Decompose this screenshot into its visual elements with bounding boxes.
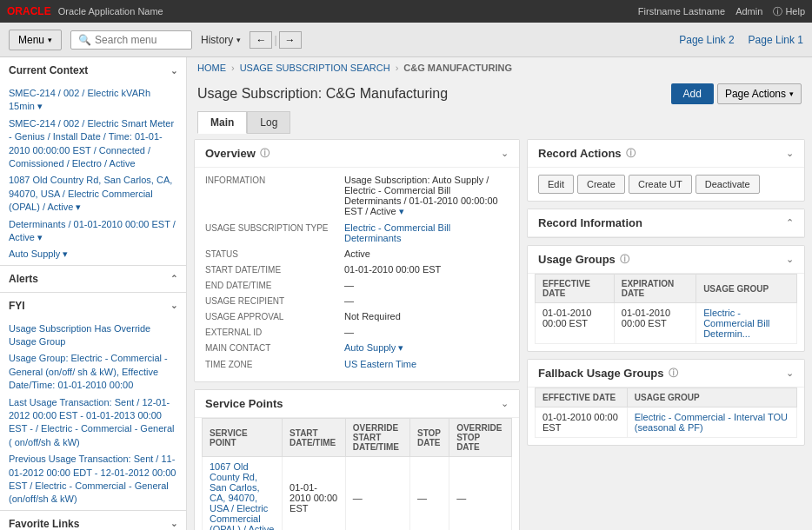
- info-label-approval: USAGE APPROVAL: [205, 311, 344, 321]
- current-context-chevron: ⌄: [170, 66, 177, 76]
- sidebar-link-smec-1[interactable]: SMEC-214 / 002 / Electric kVARh 15min ▾: [9, 87, 177, 114]
- info-label-type: USAGE SUBSCRIPTION TYPE: [205, 222, 344, 243]
- fyi-item-3[interactable]: Last Usage Transaction: Sent / 12-01-201…: [9, 396, 177, 450]
- sp-cell-override-start: —: [345, 457, 409, 531]
- type-link[interactable]: Electric - Commercial Bill Determinants: [344, 222, 450, 243]
- service-points-header-row: SERVICE POINT START DATE/TIME OVERRIDE S…: [203, 419, 512, 457]
- usage-groups-chevron[interactable]: ⌄: [786, 254, 794, 265]
- page-actions-button[interactable]: Page Actions ▾: [717, 83, 802, 104]
- info-row-information: INFORMATION Usage Subscription: Auto Sup…: [205, 175, 509, 217]
- service-points-chevron[interactable]: ⌄: [501, 398, 509, 409]
- page-link-1[interactable]: Page Link 1: [749, 34, 803, 46]
- info-value-external-id: —: [344, 327, 509, 337]
- sidebar: Current Context ⌄ SMEC-214 / 002 / Elect…: [0, 57, 187, 530]
- fb-cell-effective: 01-01-2010 00:00 EST: [536, 407, 628, 438]
- timezone-link[interactable]: US Eastern Time: [344, 359, 416, 369]
- breadcrumb-home[interactable]: HOME: [197, 63, 226, 73]
- fb-col-group: USAGE GROUP: [627, 388, 796, 407]
- create-button[interactable]: Create: [577, 175, 625, 194]
- sidebar-link-auto-supply[interactable]: Auto Supply ▾: [9, 248, 177, 261]
- sp-col-service-point: SERVICE POINT: [203, 419, 283, 457]
- service-point-link[interactable]: 1067 Old County Rd, San Carlos, CA, 9407…: [210, 461, 274, 530]
- left-panel: Overview ⓘ ⌄ INFORMATION Usage Subscript…: [194, 139, 520, 530]
- record-information-panel: Record Information ⌃: [527, 209, 805, 238]
- record-information-chevron[interactable]: ⌃: [786, 217, 794, 229]
- table-row: 01-01-2010 00:00 EST 01-01-2010 00:00 ES…: [536, 303, 797, 344]
- ug-cell-group: Electric - Commercial Bill Determin...: [696, 303, 797, 344]
- record-information-title: Record Information: [538, 216, 642, 229]
- sp-col-override-start: OVERRIDE START DATE/TIME: [345, 419, 409, 457]
- admin-link[interactable]: Admin: [735, 6, 762, 17]
- back-arrow[interactable]: ←: [250, 31, 272, 49]
- info-value-recipient: —: [344, 295, 509, 306]
- usage-groups-tbody: 01-01-2010 00:00 EST 01-01-2010 00:00 ES…: [536, 303, 797, 344]
- service-points-table: SERVICE POINT START DATE/TIME OVERRIDE S…: [202, 418, 512, 530]
- usage-groups-panel: Usage Groups ⓘ ⌄ EFFECTIVE DATE EXPIRATI…: [527, 245, 805, 352]
- tab-log[interactable]: Log: [247, 111, 290, 134]
- fyi-header[interactable]: FYI ⌄: [0, 293, 186, 319]
- deactivate-button[interactable]: Deactivate: [696, 175, 760, 194]
- fyi-item-2[interactable]: Usage Group: Electric - Commercial - Gen…: [9, 352, 177, 392]
- main-layout: Current Context ⌄ SMEC-214 / 002 / Elect…: [0, 57, 812, 530]
- record-action-buttons: Edit Create Create UT Deactivate: [528, 168, 804, 201]
- usage-groups-table: EFFECTIVE DATE EXPIRATION DATE USAGE GRO…: [535, 274, 797, 344]
- tab-main[interactable]: Main: [197, 111, 247, 134]
- fallback-usage-groups-title: Fallback Usage Groups ⓘ: [538, 367, 678, 380]
- alerts-chevron: ⌃: [170, 274, 177, 283]
- current-context-label: Current Context: [9, 64, 88, 76]
- breadcrumb-sep-1: ›: [231, 63, 235, 73]
- overview-info-icon: ⓘ: [260, 147, 270, 160]
- current-context-header[interactable]: Current Context ⌄: [0, 57, 186, 83]
- create-ut-button[interactable]: Create UT: [629, 175, 692, 194]
- usage-groups-info-icon: ⓘ: [620, 253, 629, 266]
- page-link-2[interactable]: Page Link 2: [679, 34, 734, 46]
- fallback-info-icon: ⓘ: [669, 367, 678, 380]
- sidebar-link-smec-2[interactable]: SMEC-214 / 002 / Electric Smart Meter - …: [9, 117, 177, 171]
- fb-cell-group: Electric - Commercial - Interval TOU (se…: [627, 407, 796, 438]
- usage-group-link[interactable]: Electric - Commercial Bill Determin...: [703, 308, 769, 339]
- menu-button[interactable]: Menu ▾: [9, 30, 62, 50]
- fallback-chevron[interactable]: ⌄: [786, 368, 794, 379]
- service-points-panel-header: Service Points ⌄: [195, 390, 519, 418]
- info-row-end: END DATE/TIME —: [205, 280, 509, 290]
- sp-cell-stop: —: [409, 457, 449, 531]
- user-name[interactable]: Firstname Lastname: [638, 6, 725, 17]
- fallback-tbody: 01-01-2010 00:00 EST Electric - Commerci…: [536, 407, 797, 438]
- info-row-recipient: USAGE RECIPIENT —: [205, 295, 509, 306]
- breadcrumb-search[interactable]: USAGE SUBSCRIPTION SEARCH: [240, 63, 390, 73]
- fallback-thead: EFFECTIVE DATE USAGE GROUP: [536, 388, 797, 407]
- nav-arrows: ← | →: [250, 31, 301, 49]
- sidebar-link-determinants[interactable]: Determinants / 01-01-2010 00:00 EST / Ac…: [9, 218, 177, 245]
- sp-cell-service-point: 1067 Old County Rd, San Carlos, CA, 9407…: [203, 457, 283, 531]
- info-row-approval: USAGE APPROVAL Not Required: [205, 311, 509, 321]
- info-label-main-contact: MAIN CONTACT: [205, 342, 344, 354]
- ug-cell-effective: 01-01-2010 00:00 EST: [536, 303, 615, 344]
- fallback-group-link[interactable]: Electric - Commercial - Interval TOU (se…: [635, 412, 788, 433]
- main-contact-link[interactable]: Auto Supply: [344, 342, 396, 353]
- edit-button[interactable]: Edit: [538, 175, 574, 194]
- usage-groups-header-row: EFFECTIVE DATE EXPIRATION DATE USAGE GRO…: [536, 275, 797, 303]
- overview-chevron[interactable]: ⌄: [501, 148, 509, 159]
- search-input[interactable]: [95, 34, 184, 46]
- forward-arrow[interactable]: →: [279, 31, 302, 49]
- fyi-label: FYI: [9, 300, 25, 312]
- info-value-start: 01-01-2010 00:00 EST: [344, 264, 509, 275]
- help-link[interactable]: ⓘ Help: [773, 5, 805, 18]
- add-button[interactable]: Add: [671, 83, 714, 104]
- alerts-header[interactable]: Alerts ⌃: [0, 266, 186, 292]
- fallback-header-row: EFFECTIVE DATE USAGE GROUP: [536, 388, 797, 407]
- fyi-section: FYI ⌄ Usage Subscription Has Override Us…: [0, 293, 186, 511]
- content-panels: Overview ⓘ ⌄ INFORMATION Usage Subscript…: [187, 139, 812, 530]
- info-label-start: START DATE/TIME: [205, 264, 344, 275]
- fyi-item-1[interactable]: Usage Subscription Has Override Usage Gr…: [9, 322, 177, 349]
- favorite-links-header[interactable]: Favorite Links ⌄: [0, 511, 186, 530]
- info-label-information: INFORMATION: [205, 175, 344, 217]
- ug-col-effective: EFFECTIVE DATE: [536, 275, 615, 303]
- sidebar-link-old-country[interactable]: 1087 Old Country Rd, San Carlos, CA, 940…: [9, 174, 177, 214]
- fyi-item-4[interactable]: Previous Usage Transaction: Sent / 11-01…: [9, 453, 177, 507]
- history-button[interactable]: History ▾: [201, 34, 241, 46]
- record-actions-chevron[interactable]: ⌄: [786, 148, 794, 159]
- info-label-end: END DATE/TIME: [205, 280, 344, 290]
- info-value-end: —: [344, 280, 509, 290]
- overview-panel-header: Overview ⓘ ⌄: [195, 140, 519, 168]
